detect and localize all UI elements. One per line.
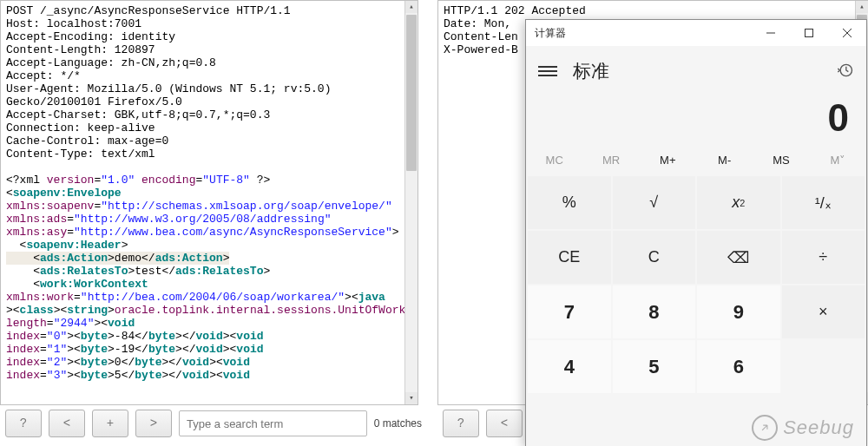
prev-button[interactable]: < xyxy=(486,410,523,437)
menu-icon[interactable] xyxy=(538,63,557,79)
svg-rect-1 xyxy=(806,30,813,37)
watermark-icon xyxy=(752,415,778,441)
calc-header: 标准 xyxy=(526,46,866,96)
key-CE[interactable]: CE xyxy=(528,231,611,284)
toolbar-left: ? < + > 0 matches xyxy=(0,402,427,445)
key-x²[interactable]: x2 xyxy=(697,176,780,229)
key-%[interactable]: % xyxy=(528,176,611,229)
key-¹/ₓ[interactable]: ¹/ₓ xyxy=(782,176,865,229)
calculator-window[interactable]: 计算器 标准 0 MCMRM+M-MSM˅ %√x2¹/ₓCEC⌫÷789×45… xyxy=(525,19,867,446)
help-button[interactable]: ? xyxy=(443,410,479,437)
history-icon[interactable] xyxy=(837,62,854,82)
memory-mr[interactable]: MR xyxy=(582,145,639,174)
maximize-button[interactable] xyxy=(790,20,828,46)
key-9[interactable]: 9 xyxy=(697,285,780,338)
key-4[interactable]: 4 xyxy=(528,340,611,393)
scroll-thumb[interactable] xyxy=(406,15,417,171)
watermark: Seebug xyxy=(752,415,854,441)
request-pane: POST /_async/AsyncResponseService HTTP/1… xyxy=(0,0,418,405)
key-√[interactable]: √ xyxy=(613,176,696,229)
window-title: 计算器 xyxy=(526,26,752,41)
memory-m+[interactable]: M+ xyxy=(640,145,696,174)
calc-mode: 标准 xyxy=(573,59,837,83)
scrollbar-left[interactable]: ▴ ▾ xyxy=(404,1,418,404)
key-⌫[interactable]: ⌫ xyxy=(697,231,780,284)
key-6[interactable]: 6 xyxy=(697,340,780,393)
minimize-button[interactable] xyxy=(752,20,790,46)
key-7[interactable]: 7 xyxy=(528,285,611,338)
key-×[interactable]: × xyxy=(782,285,865,338)
titlebar[interactable]: 计算器 xyxy=(526,20,866,46)
calc-display: 0 xyxy=(526,96,866,145)
prev-button[interactable]: < xyxy=(49,410,85,437)
keypad: %√x2¹/ₓCEC⌫÷789×456 xyxy=(526,174,866,395)
watermark-text: Seebug xyxy=(783,416,854,439)
key-÷[interactable]: ÷ xyxy=(782,231,865,284)
memory-m-[interactable]: M- xyxy=(696,145,753,174)
key-5[interactable]: 5 xyxy=(613,340,696,393)
close-button[interactable] xyxy=(828,20,866,46)
memory-row: MCMRM+M-MSM˅ xyxy=(526,145,866,174)
scroll-up-icon[interactable]: ▴ xyxy=(856,1,868,13)
key-C[interactable]: C xyxy=(613,231,696,284)
scroll-up-icon[interactable]: ▴ xyxy=(405,1,418,13)
key-8[interactable]: 8 xyxy=(613,285,696,338)
match-count: 0 matches xyxy=(374,417,422,430)
add-button[interactable]: + xyxy=(92,410,128,437)
memory-ms[interactable]: MS xyxy=(753,145,809,174)
search-input[interactable] xyxy=(179,410,367,436)
memory-mc[interactable]: MC xyxy=(526,145,582,174)
help-button[interactable]: ? xyxy=(5,410,42,437)
request-text: POST /_async/AsyncResponseService HTTP/1… xyxy=(1,1,418,385)
memory-m˅[interactable]: M˅ xyxy=(810,145,866,174)
next-button[interactable]: > xyxy=(135,410,172,437)
